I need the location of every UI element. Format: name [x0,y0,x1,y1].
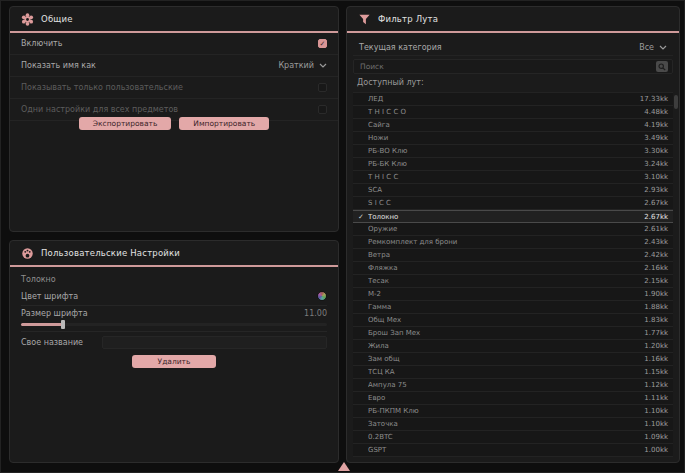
list-item[interactable]: РБ-ВО Клю3.30kk [353,145,673,158]
only-custom-label: Показывать только пользовательские [21,83,183,92]
category-row: Текущая категория Все [353,40,673,56]
list-item[interactable]: Оружие2.61kk [353,223,673,236]
same-for-all-label: Одни настройки для всех предметов [21,105,178,114]
name-mode-value: Краткий [278,61,314,70]
delete-button[interactable]: Удалить [132,355,217,368]
loot-item-name: Брош Зап Мех [368,329,644,337]
list-item[interactable]: S I C C2.67kk [353,197,673,210]
slider-fill [21,323,64,326]
chevron-down-icon [659,45,667,50]
list-item[interactable]: РБ-ПКПМ Клю1.10kk [353,405,673,418]
list-item[interactable]: Ножи3.49kk [353,132,673,145]
loot-item-value: 1.77kk [644,329,668,337]
loot-item-name: Ветра [368,251,644,259]
export-button[interactable]: Экспортировать [79,117,172,130]
gear-icon [21,13,34,26]
list-item[interactable]: Гамма1.88kk [353,301,673,314]
list-item[interactable]: Ветра2.42kk [353,249,673,262]
loot-item-value: 3.49kk [644,134,668,142]
filter-panel-header: Фильтр Лута [347,7,679,31]
custom-settings-panel: Пользовательские Настройки Толокно Цвет … [9,240,339,463]
list-item[interactable]: Сайга4.19kk [353,119,673,132]
list-item[interactable]: Брош Зап Мех1.77kk [353,327,673,340]
loot-item-name: T H I C C [368,173,644,181]
loot-item-value: 1.15kk [644,368,668,376]
list-item[interactable]: ТСЦ КА1.15kk [353,366,673,379]
only-custom-checkbox[interactable] [318,83,327,92]
mod-settings-screen: Общие Включить ✓ Показать имя как Кратки… [0,0,685,473]
list-item[interactable]: Ремкомплект для брони2.43kk [353,236,673,249]
loot-item-value: 1.20kk [644,342,668,350]
search-icon[interactable] [656,61,668,72]
loot-item-name: Толокно [368,213,644,221]
list-item[interactable]: Евро1.11kk [353,392,673,405]
general-panel-title: Общие [41,14,73,24]
selected-item-row: Толокно [21,275,327,284]
font-size-row: Размер шрифта 11.00 [21,309,327,318]
loot-item-name: GSPT [368,446,644,454]
name-mode-dropdown[interactable]: Краткий [278,61,327,70]
name-mode-label: Показать имя как [21,61,96,70]
loot-item-name: Заточка [368,420,644,428]
custom-name-input[interactable] [102,336,327,349]
setting-row-only-custom: Показывать только пользовательские [10,77,338,99]
scrollbar-thumb[interactable] [674,95,678,109]
list-item[interactable]: T H I C C3.10kk [353,171,673,184]
same-for-all-checkbox[interactable] [318,105,327,114]
import-button[interactable]: Импортировать [179,117,269,130]
loot-item-value: 4.48kk [644,108,668,116]
header-underline [347,31,679,33]
list-item[interactable]: Фляжка2.16kk [353,262,673,275]
loot-item-value: 1.12kk [644,381,668,389]
loot-item-value: 1.10kk [644,407,668,415]
loot-item-value: 1.10kk [644,420,668,428]
list-item[interactable]: T H I C C О4.48kk [353,106,673,119]
loot-item-value: 3.24kk [644,160,668,168]
loot-item-name: SCA [368,186,644,194]
font-color-label: Цвет шрифта [21,292,78,301]
loot-item-value: 2.93kk [644,186,668,194]
font-size-slider[interactable] [21,323,327,326]
list-item[interactable]: Тесак2.15kk [353,275,673,288]
collapse-handle-icon[interactable] [338,462,350,471]
loot-item-value: 1.83kk [644,316,668,324]
loot-item-name: Сайга [368,121,644,129]
list-item[interactable]: М-21.90kk [353,288,673,301]
loot-item-name: РБ-БК Клю [368,160,644,168]
list-item[interactable]: РБ-БК Клю3.24kk [353,158,673,171]
list-item[interactable]: GSPT1.00kk [353,444,673,457]
list-item[interactable]: ЛЕД17.33kk [353,93,673,106]
loot-item-value: 2.61kk [644,225,668,233]
list-item[interactable]: Зам общ1.16kk [353,353,673,366]
general-panel: Общие Включить ✓ Показать имя как Кратки… [9,6,339,232]
font-size-value: 11.00 [304,309,327,318]
list-item[interactable]: ✓Толокно2.67kk [353,210,673,223]
loot-item-value: 2.15kk [644,277,668,285]
custom-name-label: Свое название [21,338,83,347]
list-item[interactable]: Ампула 751.12kk [353,379,673,392]
chevron-down-icon [319,63,327,68]
list-item[interactable]: SCA2.93kk [353,184,673,197]
color-wheel-icon[interactable] [317,291,327,301]
custom-name-row: Свое название [21,336,327,349]
loot-item-value: 3.10kk [644,173,668,181]
list-item[interactable]: Общ Мех1.83kk [353,314,673,327]
loot-item-value: 17.33kk [640,95,668,103]
category-value: Все [639,43,654,52]
delete-row: Удалить [10,355,338,368]
list-item[interactable]: Жила1.20kk [353,340,673,353]
search-input[interactable] [358,61,652,72]
loot-item-name: ТСЦ КА [368,368,644,376]
loot-item-value: 2.67kk [644,213,668,221]
enable-checkbox[interactable]: ✓ [318,39,327,48]
slider-handle[interactable] [61,320,65,329]
loot-item-name: РБ-ПКПМ Клю [368,407,644,415]
category-dropdown[interactable]: Все [639,43,667,52]
setting-row-enable: Включить ✓ [10,33,338,55]
loot-item-name: Жила [368,342,644,350]
list-item[interactable]: Заточка1.10kk [353,418,673,431]
category-label: Текущая категория [359,43,442,52]
list-item[interactable]: 0.2BTC1.09kk [353,431,673,444]
font-size-label: Размер шрифта [21,309,88,318]
loot-item-name: T H I C C О [368,108,644,116]
